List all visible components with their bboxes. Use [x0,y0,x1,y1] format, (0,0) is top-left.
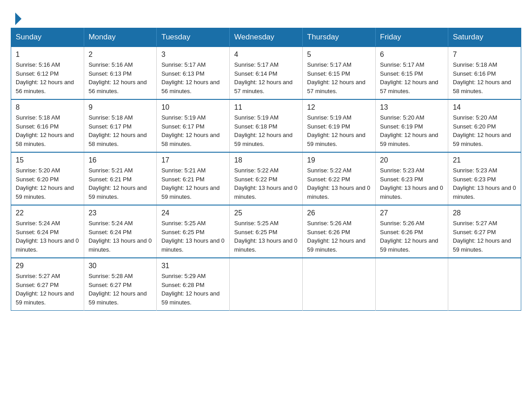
day-info: Sunrise: 5:28 AM Sunset: 6:27 PM Dayligh… [89,272,152,307]
day-number: 10 [161,103,225,111]
day-info: Sunrise: 5:22 AM Sunset: 6:22 PM Dayligh… [307,166,371,201]
calendar-cell: 15 Sunrise: 5:20 AM Sunset: 6:20 PM Dayl… [11,152,84,205]
calendar-cell: 25 Sunrise: 5:25 AM Sunset: 6:25 PM Dayl… [230,205,303,258]
calendar-cell: 22 Sunrise: 5:24 AM Sunset: 6:24 PM Dayl… [11,205,84,258]
week-row-5: 29 Sunrise: 5:27 AM Sunset: 6:27 PM Dayl… [11,258,521,311]
day-number: 25 [234,209,298,217]
day-info: Sunrise: 5:18 AM Sunset: 6:17 PM Dayligh… [89,113,152,148]
calendar-cell [302,258,375,311]
day-number: 1 [16,51,79,59]
calendar-header-row: SundayMondayTuesdayWednesdayThursdayFrid… [11,28,521,47]
day-info: Sunrise: 5:26 AM Sunset: 6:26 PM Dayligh… [307,219,371,254]
day-number: 4 [234,51,298,59]
day-info: Sunrise: 5:25 AM Sunset: 6:25 PM Dayligh… [161,219,225,254]
day-number: 17 [161,156,225,164]
column-header-thursday: Thursday [302,28,375,47]
day-number: 5 [307,51,371,59]
day-number: 6 [380,51,444,59]
calendar-cell: 31 Sunrise: 5:29 AM Sunset: 6:28 PM Dayl… [157,258,230,311]
day-info: Sunrise: 5:18 AM Sunset: 6:16 PM Dayligh… [16,113,79,148]
calendar-cell: 30 Sunrise: 5:28 AM Sunset: 6:27 PM Dayl… [84,258,157,311]
day-info: Sunrise: 5:22 AM Sunset: 6:22 PM Dayligh… [234,166,298,201]
day-info: Sunrise: 5:27 AM Sunset: 6:27 PM Dayligh… [16,272,79,307]
day-info: Sunrise: 5:16 AM Sunset: 6:13 PM Dayligh… [89,60,152,95]
calendar-cell: 26 Sunrise: 5:26 AM Sunset: 6:26 PM Dayl… [302,205,375,258]
calendar-cell [375,258,448,311]
calendar-cell: 8 Sunrise: 5:18 AM Sunset: 6:16 PM Dayli… [11,99,84,152]
day-info: Sunrise: 5:24 AM Sunset: 6:24 PM Dayligh… [16,219,79,254]
day-number: 14 [453,103,516,111]
calendar-cell: 17 Sunrise: 5:21 AM Sunset: 6:21 PM Dayl… [157,152,230,205]
week-row-2: 8 Sunrise: 5:18 AM Sunset: 6:16 PM Dayli… [11,99,521,152]
day-number: 28 [453,209,516,217]
calendar-cell: 27 Sunrise: 5:26 AM Sunset: 6:26 PM Dayl… [375,205,448,258]
day-number: 22 [16,209,79,217]
day-info: Sunrise: 5:16 AM Sunset: 6:12 PM Dayligh… [16,60,79,95]
day-info: Sunrise: 5:20 AM Sunset: 6:19 PM Dayligh… [380,113,444,148]
calendar-cell: 6 Sunrise: 5:17 AM Sunset: 6:15 PM Dayli… [375,47,448,99]
day-info: Sunrise: 5:25 AM Sunset: 6:25 PM Dayligh… [234,219,298,254]
calendar-cell: 10 Sunrise: 5:19 AM Sunset: 6:17 PM Dayl… [157,99,230,152]
calendar-cell [230,258,303,311]
calendar-table: SundayMondayTuesdayWednesdayThursdayFrid… [11,28,521,311]
calendar-cell: 20 Sunrise: 5:23 AM Sunset: 6:23 PM Dayl… [375,152,448,205]
column-header-saturday: Saturday [448,28,521,47]
day-info: Sunrise: 5:20 AM Sunset: 6:20 PM Dayligh… [16,166,79,201]
day-number: 26 [307,209,371,217]
calendar-cell: 4 Sunrise: 5:17 AM Sunset: 6:14 PM Dayli… [230,47,303,99]
day-number: 21 [453,156,516,164]
calendar-cell: 5 Sunrise: 5:17 AM Sunset: 6:15 PM Dayli… [302,47,375,99]
column-header-wednesday: Wednesday [230,28,303,47]
calendar-cell: 16 Sunrise: 5:21 AM Sunset: 6:21 PM Dayl… [84,152,157,205]
day-info: Sunrise: 5:17 AM Sunset: 6:15 PM Dayligh… [307,60,371,95]
week-row-1: 1 Sunrise: 5:16 AM Sunset: 6:12 PM Dayli… [11,47,521,99]
calendar-cell: 23 Sunrise: 5:24 AM Sunset: 6:24 PM Dayl… [84,205,157,258]
column-header-monday: Monday [84,28,157,47]
day-info: Sunrise: 5:19 AM Sunset: 6:19 PM Dayligh… [307,113,371,148]
day-number: 13 [380,103,444,111]
day-info: Sunrise: 5:21 AM Sunset: 6:21 PM Dayligh… [161,166,225,201]
day-number: 18 [234,156,298,164]
day-number: 12 [307,103,371,111]
calendar-wrapper: SundayMondayTuesdayWednesdayThursdayFrid… [0,28,532,321]
day-number: 29 [16,262,79,270]
calendar-cell [448,258,521,311]
day-info: Sunrise: 5:26 AM Sunset: 6:26 PM Dayligh… [380,219,444,254]
day-number: 20 [380,156,444,164]
calendar-cell: 12 Sunrise: 5:19 AM Sunset: 6:19 PM Dayl… [302,99,375,152]
day-info: Sunrise: 5:27 AM Sunset: 6:27 PM Dayligh… [453,219,516,254]
day-number: 19 [307,156,371,164]
calendar-cell: 14 Sunrise: 5:20 AM Sunset: 6:20 PM Dayl… [448,99,521,152]
day-number: 23 [89,209,152,217]
calendar-cell: 21 Sunrise: 5:23 AM Sunset: 6:23 PM Dayl… [448,152,521,205]
calendar-cell: 18 Sunrise: 5:22 AM Sunset: 6:22 PM Dayl… [230,152,303,205]
day-info: Sunrise: 5:19 AM Sunset: 6:17 PM Dayligh… [161,113,225,148]
page-header [0,0,532,28]
day-info: Sunrise: 5:21 AM Sunset: 6:21 PM Dayligh… [89,166,152,201]
week-row-4: 22 Sunrise: 5:24 AM Sunset: 6:24 PM Dayl… [11,205,521,258]
calendar-cell: 1 Sunrise: 5:16 AM Sunset: 6:12 PM Dayli… [11,47,84,99]
column-header-sunday: Sunday [11,28,84,47]
day-number: 24 [161,209,225,217]
day-number: 27 [380,209,444,217]
day-info: Sunrise: 5:23 AM Sunset: 6:23 PM Dayligh… [380,166,444,201]
day-info: Sunrise: 5:17 AM Sunset: 6:15 PM Dayligh… [380,60,444,95]
calendar-cell: 3 Sunrise: 5:17 AM Sunset: 6:13 PM Dayli… [157,47,230,99]
logo [14,11,21,22]
day-info: Sunrise: 5:29 AM Sunset: 6:28 PM Dayligh… [161,272,225,307]
calendar-cell: 2 Sunrise: 5:16 AM Sunset: 6:13 PM Dayli… [84,47,157,99]
logo-triangle-icon [15,13,21,25]
day-number: 11 [234,103,298,111]
calendar-cell: 11 Sunrise: 5:19 AM Sunset: 6:18 PM Dayl… [230,99,303,152]
calendar-cell: 7 Sunrise: 5:18 AM Sunset: 6:16 PM Dayli… [448,47,521,99]
day-info: Sunrise: 5:19 AM Sunset: 6:18 PM Dayligh… [234,113,298,148]
calendar-cell: 29 Sunrise: 5:27 AM Sunset: 6:27 PM Dayl… [11,258,84,311]
day-number: 9 [89,103,152,111]
day-info: Sunrise: 5:18 AM Sunset: 6:16 PM Dayligh… [453,60,516,95]
day-number: 2 [89,51,152,59]
week-row-3: 15 Sunrise: 5:20 AM Sunset: 6:20 PM Dayl… [11,152,521,205]
day-number: 31 [161,262,225,270]
calendar-cell: 24 Sunrise: 5:25 AM Sunset: 6:25 PM Dayl… [157,205,230,258]
day-number: 3 [161,51,225,59]
calendar-cell: 13 Sunrise: 5:20 AM Sunset: 6:19 PM Dayl… [375,99,448,152]
